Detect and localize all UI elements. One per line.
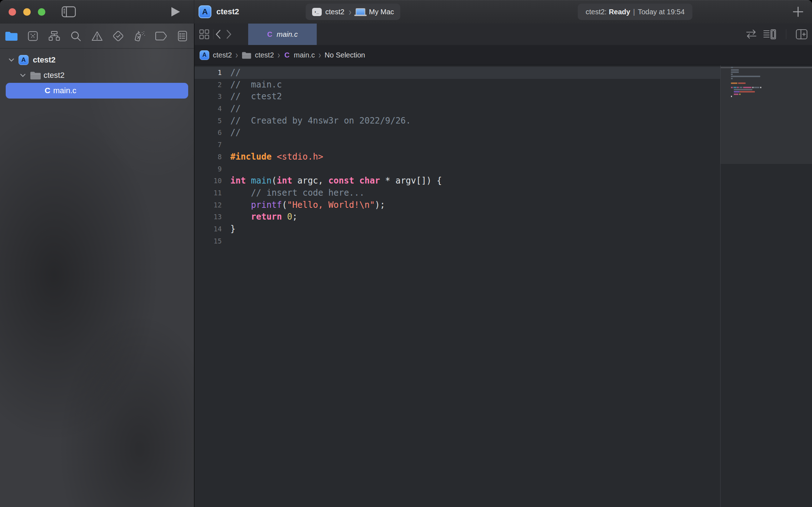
code-line[interactable]: 8#include <stdio.h> [195,151,720,163]
tab-label: main.c [277,30,298,39]
issue-navigator-icon[interactable] [89,28,105,44]
add-editor-icon[interactable] [796,29,808,40]
find-navigator-icon[interactable] [68,28,84,44]
line-number[interactable]: 3 [195,91,222,103]
line-number[interactable]: 6 [195,127,222,139]
code-line[interactable]: 12 printf("Hello, World!\n"); [195,199,720,211]
jumpbar-item-selection[interactable]: No Selection [325,51,365,59]
c-file-icon: C [284,51,290,59]
line-number[interactable]: 5 [195,115,222,127]
tree-item-project[interactable]: A ctest2 [0,52,194,67]
minimap-code-bar [731,74,733,75]
project-navigator-icon[interactable] [4,28,19,44]
mac-device-icon [356,8,365,15]
chevron-separator-icon: › [274,49,284,61]
minimap-code-bar [743,87,752,88]
line-number[interactable]: 10 [195,175,222,187]
tab-bar: C main.c [195,24,812,45]
jumpbar-item-group[interactable]: ctest2 [242,51,274,59]
code-line[interactable]: 10int main(int argc, const char * argv[]… [195,175,720,187]
sidebar-toggle-icon[interactable] [61,6,76,17]
code-text: return 0; [230,211,297,223]
minimap-code-bar [740,87,742,88]
code-line[interactable]: 11 // insert code here... [195,187,720,199]
editor-pane: C main.c [195,24,812,507]
code-text: // [230,67,241,79]
source-control-navigator-icon[interactable] [25,28,41,44]
tree-item-file-selected[interactable]: C main.c [6,83,188,99]
code-line[interactable]: 13 return 0; [195,211,720,223]
code-text: } [230,223,235,235]
minimap[interactable] [720,65,812,507]
debug-navigator-icon[interactable] [132,28,147,44]
terminal-scheme-icon [312,8,322,16]
minimap-visible-region [721,67,812,164]
screen: A ctest2 ctest2 › My Mac ctest2: Ready |… [0,0,812,507]
chevron-separator-icon: › [232,49,241,61]
minimap-code-bar [734,89,752,90]
run-button[interactable] [171,7,180,17]
code-text: #include <stdio.h> [230,151,323,163]
line-number[interactable]: 9 [195,163,222,175]
jumpbar-item-project[interactable]: A ctest2 [195,50,232,60]
status-time: Today at 19:54 [638,8,685,16]
line-number[interactable]: 15 [195,235,222,247]
minimap-code-bar [731,67,733,68]
c-file-icon: C [42,86,53,95]
go-forward-icon[interactable] [226,30,232,39]
editor-options-icon[interactable] [763,29,777,40]
code-line[interactable]: 6// [195,127,720,139]
disclosure-chevron-icon[interactable] [20,74,26,77]
minimap-code-bar [731,78,733,79]
scheme-selector[interactable]: ctest2 › My Mac [306,4,400,20]
code-text: // [230,103,241,115]
jumpbar-item-file[interactable]: C main.c [284,51,315,59]
line-number[interactable]: 8 [195,151,222,163]
minimap-code-bar [731,96,732,97]
activity-status[interactable]: ctest2: Ready | Today at 19:54 [578,4,692,20]
line-number[interactable]: 14 [195,223,222,235]
code-lines[interactable]: 1//2// main.c3// ctest24//5// Created by… [195,67,720,247]
line-number[interactable]: 11 [195,187,222,199]
line-number[interactable]: 13 [195,211,222,223]
minimize-button[interactable] [23,8,31,16]
code-line[interactable]: 1// [195,67,720,79]
tabbar-divider [786,29,786,39]
code-line[interactable]: 9 [195,163,720,175]
code-line[interactable]: 3// ctest2 [195,91,720,103]
line-number[interactable]: 7 [195,139,222,151]
jumpbar-label: ctest2 [255,51,274,59]
line-number[interactable]: 4 [195,103,222,115]
code-line[interactable]: 14} [195,223,720,235]
minimap-code-bar [740,91,755,92]
line-number[interactable]: 2 [195,79,222,91]
symbol-navigator-icon[interactable] [46,28,62,44]
zoom-button[interactable] [38,8,45,16]
close-button[interactable] [9,8,16,16]
related-items-icon[interactable] [199,29,210,40]
code-line[interactable]: 5// Created by 4nsw3r on 2022/9/26. [195,115,720,127]
source-editor[interactable]: 1//2// main.c3// ctest24//5// Created by… [195,65,812,507]
code-line[interactable]: 15 [195,235,720,247]
code-line[interactable]: 7 [195,139,720,151]
code-review-icon[interactable] [745,30,757,39]
app-icon: A [200,50,209,60]
scheme-name[interactable]: ctest2 [325,8,344,16]
disclosure-chevron-icon[interactable] [9,58,14,62]
test-navigator-icon[interactable] [110,28,126,44]
go-back-icon[interactable] [215,30,221,39]
xcode-window: A ctest2 ctest2 › My Mac ctest2: Ready |… [0,0,812,507]
tab-main-c[interactable]: C main.c [248,24,317,45]
line-number[interactable]: 12 [195,199,222,211]
breakpoint-navigator-icon[interactable] [153,28,169,44]
report-navigator-icon[interactable] [175,28,190,44]
minimap-code-bar [752,87,753,88]
code-line[interactable]: 4// [195,103,720,115]
status-state: Ready [609,8,630,16]
scheme-destination[interactable]: My Mac [369,8,394,16]
library-add-button[interactable] [792,6,804,18]
line-number[interactable]: 1 [195,67,222,79]
tree-item-group[interactable]: ctest2 [0,67,194,83]
code-line[interactable]: 2// main.c [195,79,720,91]
code-text: // Created by 4nsw3r on 2022/9/26. [230,115,411,127]
